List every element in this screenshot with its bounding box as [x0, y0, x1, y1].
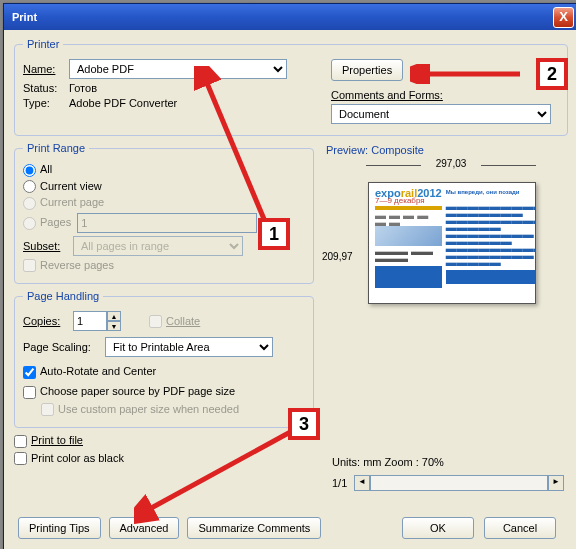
copies-up-icon[interactable]: ▲: [107, 311, 121, 321]
auto-rotate-checkbox[interactable]: [23, 366, 36, 379]
comments-label: Comments and Forms:: [331, 89, 443, 101]
titlebar: Print X: [4, 4, 576, 30]
pages-input: [77, 213, 257, 233]
choose-source-checkbox[interactable]: [23, 386, 36, 399]
subset-select: All pages in range: [73, 236, 243, 256]
comments-select[interactable]: Document: [331, 104, 551, 124]
units-zoom: Units: mm Zoom : 70%: [326, 456, 564, 468]
range-pages-radio: [23, 217, 36, 230]
dim-width: 297,03: [376, 158, 526, 169]
annotation-2: 2: [536, 58, 568, 90]
print-range-group: Print Range All Current view Current pag…: [14, 142, 314, 284]
reverse-checkbox: [23, 259, 36, 272]
ok-button[interactable]: OK: [402, 517, 474, 539]
type-value: Adobe PDF Converter: [69, 97, 177, 109]
range-current-page-radio: [23, 197, 36, 210]
close-icon[interactable]: X: [553, 7, 574, 28]
printing-tips-button[interactable]: Printing Tips: [18, 517, 101, 539]
range-all-radio[interactable]: [23, 164, 36, 177]
scroll-left-icon[interactable]: ◄: [354, 475, 370, 491]
copies-down-icon[interactable]: ▼: [107, 321, 121, 331]
page-indicator: 1/1: [326, 477, 354, 489]
custom-size: Use custom paper size when needed: [41, 403, 239, 417]
properties-button[interactable]: Properties: [331, 59, 403, 81]
range-current-view-radio[interactable]: [23, 180, 36, 193]
scaling-select[interactable]: Fit to Printable Area: [105, 337, 273, 357]
scroll-track[interactable]: [370, 475, 548, 491]
status-label: Status:: [23, 82, 69, 94]
advanced-button[interactable]: Advanced: [109, 517, 180, 539]
preview-title: Preview: Composite: [326, 144, 564, 156]
subset-label: Subset:: [23, 240, 73, 252]
printer-name-select[interactable]: Adobe PDF: [69, 59, 287, 79]
range-current-view[interactable]: Current view: [23, 180, 102, 194]
preview-page: exporail2012 7—9 декабря ▬ ▬ ▬ ▬ ▬ ▬ ▬▬▬…: [368, 182, 536, 304]
printer-group: Printer Name: Adobe PDF Status: Готов Ty…: [14, 38, 568, 136]
page-scrollbar: 1/1 ◄ ►: [326, 474, 564, 492]
collate: Collate: [149, 315, 200, 329]
choose-source[interactable]: Choose paper source by PDF page size: [23, 385, 235, 399]
custom-size-checkbox: [41, 403, 54, 416]
collate-checkbox: [149, 315, 162, 328]
range-all[interactable]: All: [23, 163, 52, 177]
auto-rotate[interactable]: Auto-Rotate and Center: [23, 365, 156, 379]
annotation-3: 3: [288, 408, 320, 440]
range-legend: Print Range: [23, 142, 89, 154]
print-dialog: Print X Printer Name: Adobe PDF Status: …: [3, 3, 576, 549]
print-to-file-checkbox[interactable]: [14, 435, 27, 448]
cancel-button[interactable]: Cancel: [484, 517, 556, 539]
copies-label: Copies:: [23, 315, 73, 327]
annotation-1: 1: [258, 218, 290, 250]
scaling-label: Page Scaling:: [23, 341, 105, 353]
printer-legend: Printer: [23, 38, 63, 50]
copies-stepper[interactable]: ▲▼: [73, 311, 121, 331]
copies-input[interactable]: [73, 311, 107, 331]
name-label: Name:: [23, 63, 69, 75]
type-label: Type:: [23, 97, 69, 109]
page-legend: Page Handling: [23, 290, 103, 302]
range-current-page: Current page: [23, 196, 104, 210]
window-title: Print: [12, 11, 37, 23]
range-pages: Pages: [23, 216, 71, 230]
page-handling-group: Page Handling Copies: ▲▼ Collate Page Sc…: [14, 290, 314, 428]
dim-height: 209,97: [322, 251, 353, 262]
summarize-comments-button[interactable]: Summarize Comments: [187, 517, 321, 539]
print-color-black[interactable]: Print color as black: [14, 452, 124, 466]
print-color-black-checkbox[interactable]: [14, 452, 27, 465]
scroll-right-icon[interactable]: ►: [548, 475, 564, 491]
reverse-pages: Reverse pages: [23, 259, 114, 273]
print-to-file[interactable]: Print to file: [14, 434, 83, 448]
status-value: Готов: [69, 82, 97, 94]
preview-panel: Preview: Composite 297,03 209,97 exporai…: [322, 142, 568, 494]
